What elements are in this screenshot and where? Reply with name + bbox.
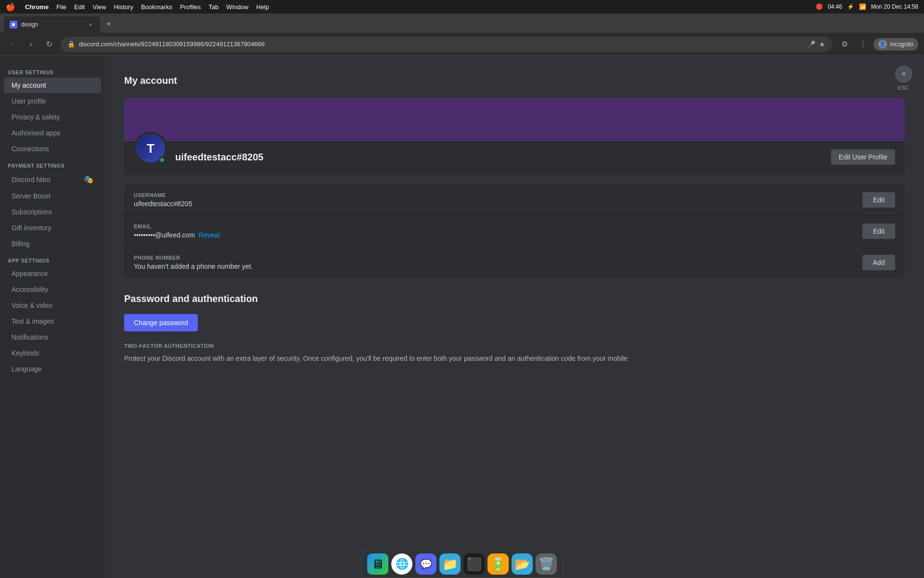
more-button[interactable]: ⋮ (855, 37, 871, 52)
tab-title: design (21, 21, 83, 28)
browser-frame: design × + ‹ › ↻ 🔒 discord.com/channels/… (0, 13, 924, 578)
apple-icon[interactable]: 🍎 (6, 2, 15, 12)
dock-terminal[interactable]: ⬛ (463, 553, 485, 575)
language-label: Language (12, 365, 41, 373)
tab-bar: design × + (0, 13, 924, 33)
dock-finder[interactable]: 🖥 (367, 553, 388, 575)
close-button[interactable]: × (895, 66, 912, 83)
profile-info: T uifeedtestacc#8205 Edit User Profile (124, 141, 905, 175)
sidebar-item-connections[interactable]: Connections (4, 141, 101, 157)
user-profile-label: User profile (12, 97, 46, 105)
accessibility-label: Accessibility (12, 286, 48, 293)
menubar-view[interactable]: View (92, 3, 106, 11)
menubar-edit[interactable]: Edit (74, 3, 85, 11)
sidebar-item-gift-inventory[interactable]: Gift inventory (4, 220, 101, 236)
tab-favicon (10, 21, 17, 28)
sidebar-item-user-profile[interactable]: User profile (4, 93, 101, 109)
menubar-profiles[interactable]: Profiles (180, 3, 201, 11)
sidebar-item-appearance[interactable]: Appearance (4, 266, 101, 281)
email-field: EMAIL •••••••••@uifeed.com Reveal Edit (124, 216, 905, 247)
dock-chrome[interactable]: 🌐 (391, 553, 412, 575)
sidebar-item-accessibility[interactable]: Accessibility (4, 282, 101, 297)
incognito-badge[interactable]: 👤 Incognito (873, 38, 918, 51)
email-field-left: EMAIL •••••••••@uifeed.com Reveal (134, 223, 219, 239)
settings-sidebar: USER SETTINGS My account User profile Pr… (0, 56, 105, 578)
email-label: EMAIL (134, 223, 219, 229)
tab-close-button[interactable]: × (87, 21, 94, 28)
username-edit-button[interactable]: Edit (862, 192, 895, 208)
microphone-icon[interactable]: 🎤 (807, 40, 815, 48)
server-boost-label: Server Boost (12, 192, 51, 200)
user-settings-header: USER SETTINGS (0, 64, 105, 77)
nitro-icon: 🎭 (84, 175, 93, 184)
privacy-safety-label: Privacy & safety (12, 113, 60, 121)
sidebar-item-text-images[interactable]: Text & images (4, 314, 101, 329)
sidebar-item-subscriptions[interactable]: Subscriptions (4, 204, 101, 220)
payment-settings-header: PAYMENT SETTINGS (0, 157, 105, 171)
extensions-button[interactable]: ⚙ (837, 37, 852, 52)
profile-username: uifeedtestacc#8205 (175, 152, 823, 163)
url-text: discord.com/channels/922491180309159986/… (79, 40, 803, 48)
sidebar-item-authorised-apps[interactable]: Authorised apps (4, 125, 101, 141)
star-icon[interactable]: ★ (819, 40, 825, 48)
incognito-label: Incognito (890, 41, 913, 48)
username-label: USERNAME (134, 192, 192, 198)
sidebar-item-my-account[interactable]: My account (4, 78, 101, 93)
phone-label: PHONE NUMBER (134, 255, 253, 261)
menubar-file[interactable]: File (56, 3, 66, 11)
email-edit-button[interactable]: Edit (862, 223, 895, 239)
dock-trash[interactable]: 🗑️ (536, 553, 557, 575)
two-factor-label: TWO-FACTOR AUTHENTICATION (124, 343, 905, 349)
discord-nitro-label: Discord Nitro (12, 176, 51, 184)
dock-files[interactable]: 📁 (439, 553, 461, 575)
my-account-label: My account (12, 81, 46, 89)
forward-button[interactable]: › (24, 38, 38, 51)
dock-folder[interactable]: 📂 (512, 553, 533, 575)
dock: 🖥 🌐 💬 📁 ⬛ 🔋 📂 🗑️ (361, 550, 563, 578)
menubar-chrome[interactable]: Chrome (25, 3, 49, 11)
menubar-history[interactable]: History (114, 3, 133, 11)
dock-discord[interactable]: 💬 (415, 553, 436, 575)
change-password-button[interactable]: Change password (124, 314, 198, 331)
sidebar-item-billing[interactable]: Billing (4, 236, 101, 251)
gift-inventory-label: Gift inventory (12, 224, 51, 232)
keybinds-label: Keybinds (12, 349, 39, 357)
notifications-label: Notifications (12, 333, 48, 341)
url-bar[interactable]: 🔒 discord.com/channels/92249118030915998… (61, 37, 832, 52)
voice-video-label: Voice & video (12, 302, 52, 309)
two-factor-section: TWO-FACTOR AUTHENTICATION Protect your D… (124, 343, 905, 364)
menubar-help[interactable]: Help (257, 3, 270, 11)
refresh-button[interactable]: ↻ (42, 38, 56, 51)
battery-icon: 🔴 (816, 3, 823, 10)
discord-content: USER SETTINGS My account User profile Pr… (0, 56, 924, 578)
sidebar-item-discord-nitro[interactable]: Discord Nitro 🎭 (4, 171, 101, 188)
sidebar-item-notifications[interactable]: Notifications (4, 329, 101, 345)
email-value: •••••••••@uifeed.com Reveal (134, 231, 219, 239)
menubar: 🍎 Chrome File Edit View History Bookmark… (0, 0, 924, 13)
text-images-label: Text & images (12, 317, 54, 325)
subscriptions-label: Subscriptions (12, 208, 52, 216)
menubar-bookmarks[interactable]: Bookmarks (141, 3, 172, 11)
menubar-tab[interactable]: Tab (208, 3, 218, 11)
dock-battery-app[interactable]: 🔋 (488, 553, 509, 575)
authorised-apps-label: Authorised apps (12, 129, 60, 137)
new-tab-button[interactable]: + (102, 17, 116, 31)
phone-field-left: PHONE NUMBER You haven't added a phone n… (134, 255, 253, 270)
menubar-window[interactable]: Window (226, 3, 248, 11)
active-tab[interactable]: design × (4, 16, 100, 33)
back-button[interactable]: ‹ (6, 38, 19, 51)
sidebar-item-server-boost[interactable]: Server Boost (4, 188, 101, 204)
email-reveal-link[interactable]: Reveal (199, 231, 220, 239)
username-value: uifeedtestacc#8205 (134, 200, 192, 208)
sidebar-item-voice-video[interactable]: Voice & video (4, 298, 101, 313)
edit-profile-button[interactable]: Edit User Profile (831, 149, 895, 165)
esc-label: ESC (898, 85, 909, 91)
lock-icon: 🔒 (67, 40, 75, 48)
app-settings-header: APP SETTINGS (0, 252, 105, 265)
page-title: My account (124, 75, 905, 86)
sidebar-item-keybinds[interactable]: Keybinds (4, 345, 101, 361)
sidebar-item-privacy-safety[interactable]: Privacy & safety (4, 109, 101, 125)
phone-add-button[interactable]: Add (862, 255, 895, 270)
sidebar-item-language[interactable]: Language (4, 361, 101, 377)
phone-field: PHONE NUMBER You haven't added a phone n… (124, 247, 905, 278)
